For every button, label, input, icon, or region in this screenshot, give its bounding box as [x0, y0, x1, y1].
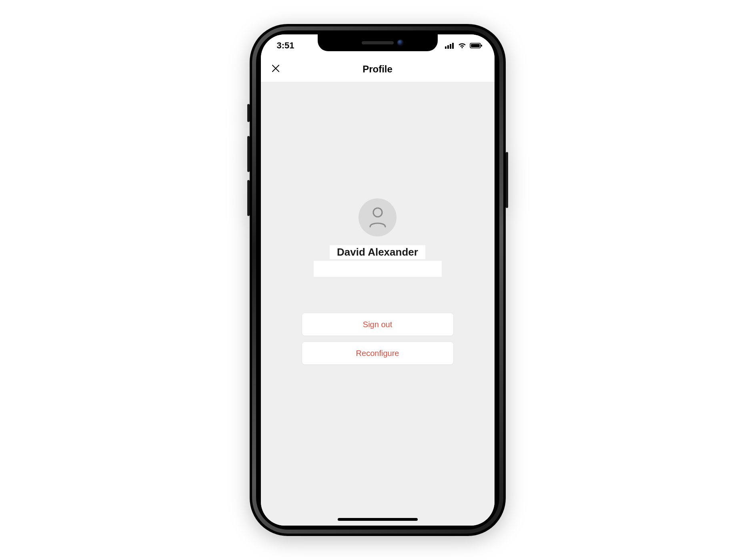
mute-switch — [247, 104, 250, 122]
speaker-grille — [362, 41, 394, 44]
notch — [318, 34, 438, 51]
sign-out-label: Sign out — [363, 320, 392, 329]
svg-point-7 — [373, 208, 382, 217]
page-title: Profile — [362, 64, 393, 75]
volume-up-button — [247, 136, 250, 172]
power-button — [506, 152, 508, 208]
cellular-icon — [445, 42, 455, 49]
wifi-icon — [458, 42, 467, 49]
status-icons — [445, 42, 483, 49]
volume-down-button — [247, 180, 250, 216]
battery-icon — [470, 42, 483, 49]
svg-rect-2 — [450, 44, 451, 49]
svg-rect-5 — [471, 44, 480, 47]
front-camera — [397, 40, 404, 46]
svg-rect-1 — [447, 45, 449, 49]
svg-rect-6 — [481, 44, 482, 46]
sign-out-button[interactable]: Sign out — [302, 313, 454, 336]
reconfigure-button[interactable]: Reconfigure — [302, 342, 454, 365]
close-button[interactable] — [270, 63, 282, 75]
user-name: David Alexander — [337, 246, 418, 258]
avatar[interactable] — [358, 198, 397, 236]
home-indicator[interactable] — [338, 518, 418, 521]
user-sub-block — [314, 261, 442, 277]
phone-mockup: 3:51 — [250, 24, 506, 536]
close-icon — [271, 64, 280, 75]
status-time: 3:51 — [277, 40, 294, 51]
svg-rect-0 — [445, 46, 447, 49]
reconfigure-label: Reconfigure — [356, 349, 399, 358]
screen: 3:51 — [261, 34, 495, 526]
user-name-block: David Alexander — [330, 245, 425, 259]
person-icon — [368, 206, 388, 229]
action-buttons: Sign out Reconfigure — [302, 313, 454, 365]
svg-rect-3 — [452, 43, 454, 49]
profile-content: David Alexander Sign out Reconfigure — [261, 82, 495, 526]
nav-bar: Profile — [261, 56, 495, 82]
